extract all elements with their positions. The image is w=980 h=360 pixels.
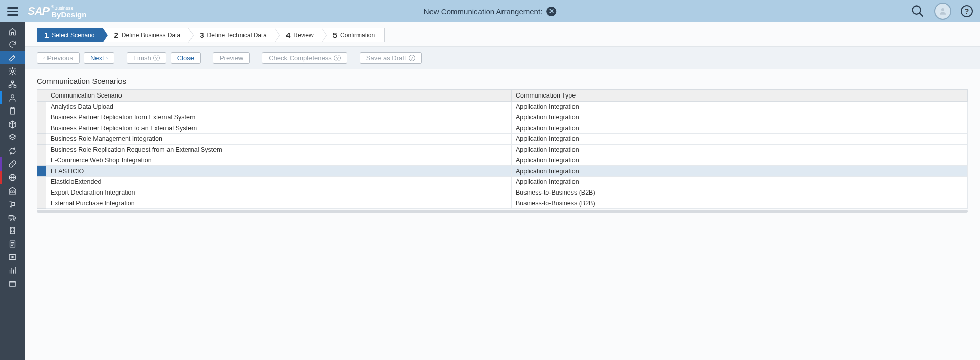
- wizard-step-4[interactable]: 4Review: [275, 28, 322, 42]
- help-icon[interactable]: ?: [961, 5, 973, 17]
- next-button-label: Next: [90, 54, 104, 62]
- table-row[interactable]: Business Role Management IntegrationAppl…: [37, 134, 968, 145]
- box-icon[interactable]: [0, 277, 25, 290]
- svg-rect-16: [9, 215, 13, 219]
- svg-marker-31: [12, 256, 14, 258]
- table-row[interactable]: Business Role Replication Request from a…: [37, 145, 968, 155]
- layers-icon[interactable]: [0, 131, 25, 144]
- wizard-step-2[interactable]: 2Define Business Data: [103, 28, 188, 42]
- warehouse-icon[interactable]: [0, 184, 25, 197]
- gears-icon[interactable]: [0, 64, 25, 78]
- cell-type: Business-to-Business (B2B): [512, 198, 968, 209]
- wizard-step-1[interactable]: 1Select Scenario: [37, 28, 103, 42]
- cell-scenario: Export Declaration Integration: [46, 187, 512, 198]
- step-number: 3: [200, 31, 204, 39]
- help-hint-icon: ?: [153, 55, 160, 61]
- row-marker[interactable]: [37, 123, 46, 134]
- table-row[interactable]: Analytics Data UploadApplication Integra…: [37, 102, 968, 112]
- user-avatar[interactable]: [934, 3, 951, 20]
- step-label: Define Business Data: [122, 32, 180, 39]
- save-draft-button[interactable]: Save as Draft?: [360, 52, 422, 64]
- clipboard-icon[interactable]: [0, 104, 25, 117]
- cell-scenario: Business Partner Replication from Extern…: [46, 112, 512, 123]
- orgchart-icon[interactable]: [0, 78, 25, 91]
- sync-icon[interactable]: [0, 144, 25, 157]
- svg-marker-10: [9, 134, 16, 138]
- preview-button-label: Preview: [220, 54, 243, 62]
- svg-point-18: [13, 219, 15, 220]
- table-row[interactable]: ELASTICIOApplication Integration: [37, 166, 968, 177]
- step-number: 4: [286, 31, 290, 39]
- search-icon[interactable]: [911, 4, 925, 18]
- table-row[interactable]: Business Partner Replication to an Exter…: [37, 123, 968, 134]
- row-marker[interactable]: [37, 155, 46, 166]
- check-button-label: Check Completeness: [269, 54, 332, 62]
- cell-type: Application Integration: [512, 102, 968, 112]
- table-row[interactable]: ElasticioExtendedApplication Integration: [37, 177, 968, 187]
- person-icon[interactable]: [0, 91, 25, 104]
- report-icon[interactable]: [0, 237, 25, 250]
- wizard-step-3[interactable]: 3Define Technical Data: [188, 28, 275, 42]
- play-icon[interactable]: [0, 250, 25, 263]
- globe-icon[interactable]: [0, 171, 25, 184]
- row-marker[interactable]: [37, 134, 46, 145]
- step-label: Review: [293, 32, 313, 39]
- col-scenario[interactable]: Communication Scenario: [46, 90, 512, 102]
- analytics-icon[interactable]: [0, 263, 25, 277]
- home-icon[interactable]: [0, 25, 25, 38]
- cell-scenario: Analytics Data Upload: [46, 102, 512, 112]
- preview-button[interactable]: Preview: [213, 52, 250, 64]
- step-number: 1: [44, 31, 49, 39]
- main-panel: 1Select Scenario2Define Business Data3De…: [25, 22, 980, 360]
- dolly-icon[interactable]: [0, 197, 25, 210]
- row-marker[interactable]: [37, 166, 46, 177]
- table-row[interactable]: Export Declaration IntegrationBusiness-t…: [37, 187, 968, 198]
- cell-scenario: E-Commerce Web Shop Integration: [46, 155, 512, 166]
- left-nav-rail: [0, 22, 25, 360]
- package-icon[interactable]: [0, 117, 25, 131]
- cell-type: Application Integration: [512, 134, 968, 145]
- cell-type: Application Integration: [512, 123, 968, 134]
- col-type[interactable]: Communication Type: [512, 90, 968, 102]
- refresh-icon[interactable]: [0, 38, 25, 51]
- save-draft-button-label: Save as Draft: [366, 54, 407, 62]
- row-marker[interactable]: [37, 198, 46, 209]
- table-row[interactable]: Business Partner Replication from Extern…: [37, 112, 968, 123]
- svg-rect-15: [12, 202, 15, 205]
- menu-toggle[interactable]: [7, 6, 18, 17]
- help-hint-icon: ?: [334, 55, 341, 61]
- truck-icon[interactable]: [0, 210, 25, 224]
- svg-point-7: [11, 94, 14, 98]
- row-marker[interactable]: [37, 187, 46, 198]
- wizard-step-5[interactable]: 5Confirmation: [322, 28, 385, 42]
- table-row[interactable]: External Purchase IntegrationBusiness-to…: [37, 198, 968, 209]
- edit-icon[interactable]: [0, 51, 25, 64]
- check-completeness-button[interactable]: Check Completeness?: [262, 52, 347, 64]
- building-icon[interactable]: [0, 224, 25, 237]
- link-icon[interactable]: [0, 157, 25, 171]
- previous-button[interactable]: ‹Previous: [37, 52, 80, 64]
- help-hint-icon: ?: [409, 55, 415, 61]
- finish-button[interactable]: Finish?: [127, 52, 166, 64]
- step-label: Define Technical Data: [207, 32, 267, 39]
- horizontal-scrollbar[interactable]: [37, 210, 968, 213]
- logo-business: Business: [54, 6, 73, 11]
- finish-button-label: Finish: [133, 54, 151, 62]
- row-marker[interactable]: [37, 145, 46, 155]
- cell-scenario: Business Partner Replication to an Exter…: [46, 123, 512, 134]
- cell-type: Application Integration: [512, 177, 968, 187]
- svg-rect-12: [10, 191, 12, 193]
- row-marker[interactable]: [37, 177, 46, 187]
- close-button[interactable]: Close: [171, 52, 201, 64]
- row-marker[interactable]: [37, 102, 46, 112]
- cell-scenario: External Purchase Integration: [46, 198, 512, 209]
- logo-sap: SAP: [28, 5, 49, 18]
- table-row[interactable]: E-Commerce Web Shop IntegrationApplicati…: [37, 155, 968, 166]
- close-icon[interactable]: [546, 7, 556, 16]
- cell-type: Business-to-Business (B2B): [512, 187, 968, 198]
- logo-bydesign: ByDesign: [51, 11, 86, 18]
- row-marker[interactable]: [37, 112, 46, 123]
- cell-type: Application Integration: [512, 145, 968, 155]
- next-button[interactable]: Next›: [84, 52, 114, 64]
- cell-type: Application Integration: [512, 112, 968, 123]
